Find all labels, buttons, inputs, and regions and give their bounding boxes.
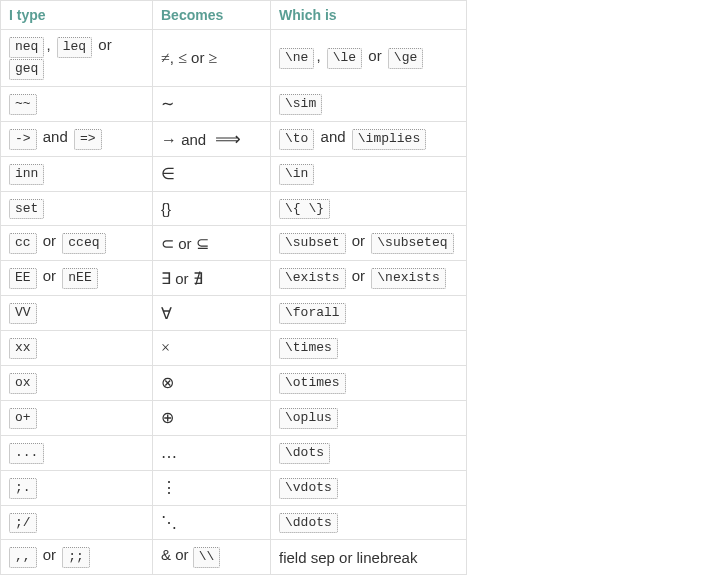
separator: or bbox=[346, 267, 372, 284]
cell-becomes: ∀ bbox=[153, 296, 271, 331]
kbd-key: \ge bbox=[388, 48, 423, 69]
cell-which: \subset or \subseteq bbox=[271, 226, 467, 261]
cell-which: \times bbox=[271, 331, 467, 366]
cell-type: set bbox=[1, 191, 153, 226]
kbd-key: \subseteq bbox=[371, 233, 453, 254]
cell-becomes: ≠, ≤ or ≥ bbox=[153, 30, 271, 87]
kbd-key: \times bbox=[279, 338, 338, 359]
kbd-key: ox bbox=[9, 373, 37, 394]
cell-type: ... bbox=[1, 435, 153, 470]
cell-which: \exists or \nexists bbox=[271, 261, 467, 296]
kbd-key: o+ bbox=[9, 408, 37, 429]
kbd-key: => bbox=[74, 129, 102, 150]
cell-becomes: × bbox=[153, 331, 271, 366]
cell-becomes: ⊗ bbox=[153, 366, 271, 401]
cell-becomes: ⊕ bbox=[153, 400, 271, 435]
cell-which: \forall bbox=[271, 296, 467, 331]
cell-type: EE or nEE bbox=[1, 261, 153, 296]
kbd-key: set bbox=[9, 199, 44, 220]
table-row: ox⊗\otimes bbox=[1, 366, 467, 401]
table-row: set{}\{ \} bbox=[1, 191, 467, 226]
cell-which: \{ \} bbox=[271, 191, 467, 226]
separator: or bbox=[37, 232, 63, 249]
cell-which: \vdots bbox=[271, 470, 467, 505]
separator: and bbox=[37, 128, 74, 145]
cell-which: \ne, \le or \ge bbox=[271, 30, 467, 87]
cell-type: ;. bbox=[1, 470, 153, 505]
kbd-key: \ne bbox=[279, 48, 314, 69]
table-row: ~~∼\sim bbox=[1, 86, 467, 121]
header-type: I type bbox=[1, 1, 153, 30]
separator: or bbox=[346, 232, 372, 249]
cell-type: ox bbox=[1, 366, 153, 401]
kbd-key: \subset bbox=[279, 233, 346, 254]
kbd-key: cceq bbox=[62, 233, 105, 254]
kbd-key: \nexists bbox=[371, 268, 445, 289]
table-row: xx×\times bbox=[1, 331, 467, 366]
kbd-key: \{ \} bbox=[279, 199, 330, 220]
cell-which: field sep or linebreak bbox=[271, 540, 467, 575]
kbd-key: \forall bbox=[279, 303, 346, 324]
cell-which: \oplus bbox=[271, 400, 467, 435]
kbd-key: ;; bbox=[62, 547, 90, 568]
kbd-key: cc bbox=[9, 233, 37, 254]
cell-type: xx bbox=[1, 331, 153, 366]
cell-type: inn bbox=[1, 156, 153, 191]
cell-type: ~~ bbox=[1, 86, 153, 121]
cell-type: -> and => bbox=[1, 121, 153, 156]
table-row: VV∀\forall bbox=[1, 296, 467, 331]
cell-type: cc or cceq bbox=[1, 226, 153, 261]
kbd-key: \implies bbox=[352, 129, 426, 150]
kbd-key: EE bbox=[9, 268, 37, 289]
cell-type: ;/ bbox=[1, 505, 153, 540]
cell-becomes: ∈ bbox=[153, 156, 271, 191]
cell-becomes: ⊂ or ⊆ bbox=[153, 226, 271, 261]
table-row: inn∈\in bbox=[1, 156, 467, 191]
kbd-key: ,, bbox=[9, 547, 37, 568]
kbd-key: leq bbox=[57, 37, 92, 58]
separator: or bbox=[92, 36, 114, 53]
kbd-key: ... bbox=[9, 443, 44, 464]
cell-type: VV bbox=[1, 296, 153, 331]
cell-becomes: … bbox=[153, 435, 271, 470]
cell-becomes: → and ⟹ bbox=[153, 121, 271, 156]
table-row: -> and =>→ and ⟹\to and \implies bbox=[1, 121, 467, 156]
header-becomes: Becomes bbox=[153, 1, 271, 30]
separator: or bbox=[37, 267, 63, 284]
cell-becomes: ∃ or ∄ bbox=[153, 261, 271, 296]
kbd-key: nEE bbox=[62, 268, 97, 289]
kbd-key: \ddots bbox=[279, 513, 338, 534]
cell-which: \in bbox=[271, 156, 467, 191]
cell-type: ,, or ;; bbox=[1, 540, 153, 575]
table-row: ;.⋮\vdots bbox=[1, 470, 467, 505]
cell-becomes: & or \\ bbox=[153, 540, 271, 575]
cell-which: \ddots bbox=[271, 505, 467, 540]
table-row: ;/⋱\ddots bbox=[1, 505, 467, 540]
separator: or bbox=[362, 47, 388, 64]
cell-becomes: ∼ bbox=[153, 86, 271, 121]
kbd-key: \to bbox=[279, 129, 314, 150]
kbd-key: ;. bbox=[9, 478, 37, 499]
kbd-key: \sim bbox=[279, 94, 322, 115]
kbd-key: \le bbox=[327, 48, 362, 69]
cell-becomes: ⋱ bbox=[153, 505, 271, 540]
cell-becomes: {} bbox=[153, 191, 271, 226]
separator: and bbox=[314, 128, 351, 145]
cell-which: \to and \implies bbox=[271, 121, 467, 156]
cell-which: \sim bbox=[271, 86, 467, 121]
table-row: o+⊕\oplus bbox=[1, 400, 467, 435]
kbd-key: \oplus bbox=[279, 408, 338, 429]
kbd-key: ~~ bbox=[9, 94, 37, 115]
cell-becomes: ⋮ bbox=[153, 470, 271, 505]
cell-type: o+ bbox=[1, 400, 153, 435]
table-row: neq, leq or geq≠, ≤ or ≥\ne, \le or \ge bbox=[1, 30, 467, 87]
table-row: ...…\dots bbox=[1, 435, 467, 470]
kbd-key: \exists bbox=[279, 268, 346, 289]
kbd-key: ;/ bbox=[9, 513, 37, 534]
separator: or bbox=[37, 546, 63, 563]
kbd-key: \in bbox=[279, 164, 314, 185]
kbd-key: \otimes bbox=[279, 373, 346, 394]
kbd-key: \vdots bbox=[279, 478, 338, 499]
cell-which: \dots bbox=[271, 435, 467, 470]
separator: , bbox=[44, 36, 56, 53]
